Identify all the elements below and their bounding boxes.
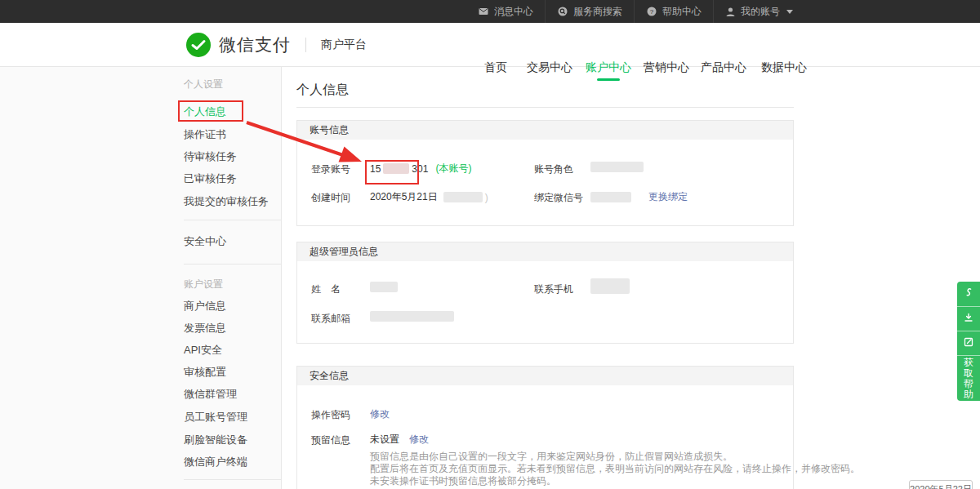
message-center-link[interactable]: 消息中心 (466, 0, 545, 23)
reserved-status: 未设置 (370, 433, 399, 447)
get-help-char: 获 (964, 358, 973, 368)
my-account-label: 我的账号 (741, 5, 780, 19)
password-modify-link[interactable]: 修改 (370, 407, 390, 421)
redacted-wechat-id (590, 192, 631, 202)
sidebar-item-staff-account-mgmt[interactable]: 员工账号管理 (184, 411, 247, 424)
message-center-label: 消息中心 (494, 5, 533, 19)
user-icon (725, 7, 736, 17)
current-account-tag: (本账号) (435, 162, 471, 176)
sidebar-item-personal-info[interactable]: 个人信息 (184, 105, 226, 118)
created-time-value: 2020年5月21日) (370, 190, 488, 204)
contact-email-value (370, 311, 454, 322)
mail-icon (478, 6, 489, 17)
get-help-char: 取 (964, 368, 973, 379)
created-paren: ) (485, 192, 488, 203)
download-icon (963, 312, 974, 327)
reserved-info-value: 未设置 修改 (370, 433, 429, 447)
sidebar-item-wechat-merchant-terminal[interactable]: 微信商户终端 (184, 456, 247, 469)
nav-home[interactable]: 首页 (484, 46, 507, 89)
my-account-menu[interactable]: 我的账号 (713, 0, 804, 23)
provider-search-link[interactable]: 服务商搜索 (545, 0, 634, 23)
page-title: 个人信息 (296, 82, 349, 99)
description-line: 未安装操作证书时预留信息将被部分掩码。 (370, 475, 860, 487)
rebind-link[interactable]: 更换绑定 (648, 190, 688, 204)
security-info-header: 安全信息 (297, 367, 793, 385)
redacted-login-middle (383, 163, 409, 174)
download-button[interactable] (957, 306, 980, 331)
sidebar-item-invoice-info[interactable]: 发票信息 (184, 322, 226, 335)
nav-transaction-center[interactable]: 交易中心 (527, 46, 572, 89)
sidebar-item-operation-certificate[interactable]: 操作证书 (184, 128, 226, 141)
edit-icon (963, 336, 974, 351)
nav-marketing-center[interactable]: 营销中心 (644, 46, 689, 89)
get-help-char: 助 (964, 389, 973, 400)
operation-password-label: 操作密码 (311, 408, 350, 422)
reserved-modify-link[interactable]: 修改 (409, 433, 429, 447)
date-tooltip: 2020年5月22日 (909, 480, 973, 489)
contact-phone-label: 联系手机 (534, 282, 573, 296)
contact-phone-value (590, 278, 630, 294)
sidebar-group-personal-settings: 个人设置 (184, 78, 223, 91)
redacted-email (370, 311, 454, 322)
bound-wechat-label: 绑定微信号 (534, 191, 583, 205)
account-info-section: 账号信息 登录账号 15301 (本账号) 账号角色 创建时间 2020年5月2… (296, 120, 794, 226)
sidebar-group-account-settings: 账户设置 (184, 278, 223, 291)
account-role-value (590, 162, 644, 172)
help-center-label: 帮助中心 (662, 5, 702, 19)
sidebar-divider (184, 479, 281, 480)
nav-data-center[interactable]: 数据中心 (761, 46, 807, 89)
name-value (370, 282, 398, 292)
operation-password-value: 修改 (370, 407, 390, 421)
quick-link-button[interactable] (957, 282, 980, 306)
help-icon: ? (646, 6, 657, 17)
sidebar-item-merchant-info[interactable]: 商户信息 (184, 300, 226, 313)
super-admin-section: 超级管理员信息 姓 名 联系手机 联系邮箱 (296, 242, 794, 344)
redacted-created-time (443, 192, 483, 202)
provider-search-label: 服务商搜索 (573, 5, 622, 19)
svg-text:?: ? (650, 8, 654, 16)
search-icon (557, 6, 568, 17)
name-label: 姓 名 (311, 282, 341, 296)
get-help-char: 帮 (964, 379, 973, 389)
redacted-role (590, 162, 644, 172)
login-number-prefix: 15 (370, 163, 381, 175)
nav-account-center[interactable]: 账户中心 (586, 46, 631, 89)
floating-help-toolbar: 获 取 帮 助 (957, 282, 980, 401)
description-line: 配置后将在首页及充值页面显示。若未看到预留信息，表明当前访问的网站存在风险，请终… (370, 463, 860, 475)
sidebar: 个人设置 个人信息 操作证书 待审核任务 已审核任务 我提交的审核任务 安全中心… (0, 67, 282, 489)
sidebar-item-pending-review-tasks[interactable]: 待审核任务 (184, 150, 237, 163)
sidebar-item-api-security[interactable]: API安全 (184, 344, 222, 357)
get-help-button[interactable]: 获 取 帮 助 (957, 355, 980, 401)
login-number-suffix: 301 (412, 163, 428, 175)
help-center-link[interactable]: ? 帮助中心 (634, 0, 713, 23)
account-info-header: 账号信息 (297, 121, 793, 140)
login-account-value: 15301 (本账号) (370, 162, 471, 176)
sidebar-item-face-smart-device[interactable]: 刷脸智能设备 (184, 433, 247, 447)
redacted-name (370, 282, 398, 292)
page-header: 微信支付 商户平台 首页 交易中心 账户中心 营销中心 产品中心 数据中心 (0, 23, 980, 67)
contact-email-label: 联系邮箱 (311, 312, 350, 326)
bound-wechat-value: 更换绑定 (590, 190, 688, 204)
redacted-phone (590, 278, 630, 294)
sidebar-item-my-submitted-tasks[interactable]: 我提交的审核任务 (184, 195, 269, 208)
sidebar-item-security-center[interactable]: 安全中心 (184, 235, 226, 248)
merchant-platform-page: 消息中心 服务商搜索 ? 帮助中心 我的账号 (0, 0, 980, 489)
link-icon (963, 287, 974, 301)
nav-product-center[interactable]: 产品中心 (701, 46, 746, 89)
super-admin-header: 超级管理员信息 (297, 242, 793, 261)
top-utility-bar: 消息中心 服务商搜索 ? 帮助中心 我的账号 (0, 0, 980, 23)
sidebar-item-wechat-group-mgmt[interactable]: 微信群管理 (184, 388, 237, 401)
created-time-label: 创建时间 (311, 191, 350, 205)
sidebar-item-reviewed-tasks[interactable]: 已审核任务 (184, 172, 237, 185)
login-account-label: 登录账号 (311, 162, 350, 176)
created-date: 2020年5月21日 (370, 190, 438, 204)
top-utility-items: 消息中心 服务商搜索 ? 帮助中心 我的账号 (466, 0, 804, 23)
sidebar-divider (184, 264, 281, 265)
reserved-info-label: 预留信息 (311, 433, 350, 447)
account-role-label: 账号角色 (534, 162, 573, 176)
description-line: 预留信息是由你自己设置的一段文字，用来鉴定网站身份，防止假冒网站造成损失。 (370, 451, 860, 463)
sidebar-item-review-config[interactable]: 审核配置 (184, 366, 226, 379)
title-divider (296, 107, 794, 108)
feedback-button[interactable] (957, 331, 980, 355)
caret-down-icon (786, 10, 793, 14)
